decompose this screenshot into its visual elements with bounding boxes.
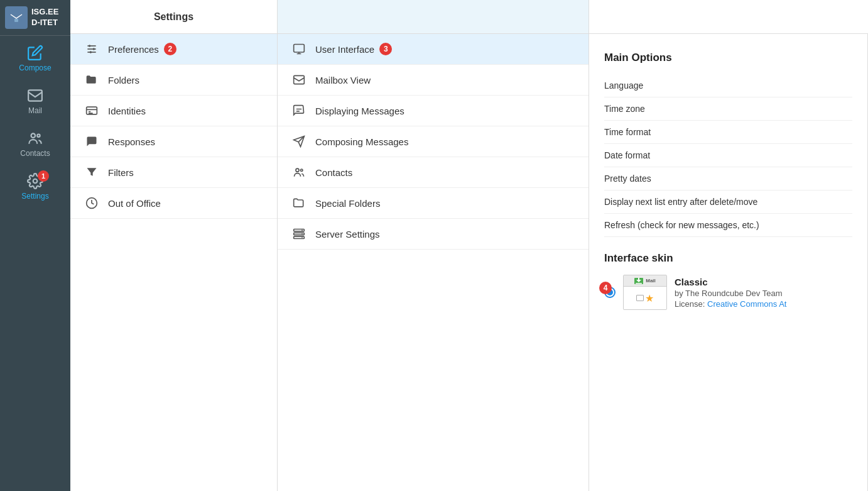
option-language: Language (604, 74, 852, 97)
skin-author: by The Roundcube Dev Team (675, 289, 786, 298)
sidebar-item-compose-label: Compose (19, 63, 51, 72)
folders-icon (83, 74, 100, 86)
skin-thumb-body: ★ (624, 287, 666, 309)
composing-messages-label: Composing Messages (315, 136, 408, 147)
option-time-format: Time format (604, 121, 852, 144)
menu-item-server-settings[interactable]: Server Settings (278, 219, 589, 250)
menu-item-composing-messages[interactable]: Composing Messages (278, 126, 589, 157)
filters-icon (83, 166, 100, 179)
folders-label: Folders (108, 75, 139, 86)
option-pretty-dates: Pretty dates (604, 167, 852, 190)
menu-item-mailbox-view[interactable]: Mailbox View (278, 65, 589, 96)
svg-rect-29 (636, 283, 642, 284)
skin-thumb-top: Mail (624, 275, 666, 287)
skin-license: License: Creative Commons At (675, 299, 786, 309)
skin-thumb-download-icon (634, 278, 643, 284)
responses-label: Responses (108, 136, 155, 147)
menu-item-identities[interactable]: Identities (70, 96, 277, 126)
skin-license-link[interactable]: Creative Commons At (707, 299, 786, 309)
top-header: Settings (70, 0, 868, 34)
option-refresh: Refresh (check for new messages, etc.) (604, 214, 852, 237)
sidebar-item-mail-label: Mail (28, 106, 42, 115)
contacts-label: Contacts (315, 167, 352, 178)
special-folders-label: Special Folders (315, 198, 380, 209)
skin-thumb-mail-text: Mail (646, 278, 656, 284)
server-settings-label: Server Settings (315, 229, 380, 240)
menu-item-contacts[interactable]: Contacts (278, 157, 589, 188)
preferences-badge: 2 (164, 43, 176, 55)
menu-item-out-of-office[interactable]: Out of Office (70, 188, 277, 219)
svg-point-11 (90, 51, 92, 53)
special-folders-icon (290, 197, 308, 209)
user-interface-label: User Interface (315, 44, 374, 55)
svg-rect-23 (294, 229, 305, 231)
skin-badge: 4 (599, 282, 612, 294)
filters-label: Filters (108, 167, 134, 178)
out-of-office-icon (83, 197, 100, 209)
menu-item-preferences[interactable]: Preferences 2 (70, 34, 277, 65)
svg-rect-25 (294, 236, 305, 238)
menu-item-displaying-messages[interactable]: Displaying Messages (278, 96, 589, 126)
displaying-messages-icon (290, 104, 308, 117)
composing-messages-icon (290, 135, 308, 148)
menu-item-responses[interactable]: Responses (70, 126, 277, 157)
logo-text: ISG.EE D-ITET (31, 7, 58, 28)
svg-point-21 (296, 168, 299, 172)
sidebar-item-settings-label: Settings (21, 192, 48, 201)
menu-item-special-folders[interactable]: Special Folders (278, 188, 589, 219)
skin-card: 4 Mail (604, 275, 852, 310)
sidebar-item-compose[interactable]: Compose (0, 36, 70, 79)
user-interface-badge: 3 (379, 43, 392, 55)
options-panel: Main Options Language Time zone Time for… (589, 34, 868, 491)
compose-icon (27, 45, 43, 61)
svg-rect-1 (14, 19, 18, 22)
main-options-title: Main Options (604, 52, 852, 64)
option-display-next: Display next list entry after delete/mov… (604, 190, 852, 214)
contacts-submenu-icon (290, 166, 308, 179)
sidebar: ISG.EE D-ITET Compose Mail Contacts 1 (0, 0, 70, 491)
server-settings-icon (290, 228, 308, 240)
svg-point-22 (301, 169, 303, 171)
user-interface-icon (290, 43, 308, 55)
sidebar-item-contacts[interactable]: Contacts (0, 121, 70, 164)
svg-rect-24 (294, 233, 305, 234)
svg-rect-18 (294, 75, 305, 84)
preferences-submenu-column: User Interface 3 Mailbox View (278, 34, 589, 491)
identities-label: Identities (108, 106, 146, 116)
svg-point-10 (93, 48, 95, 50)
svg-point-26 (301, 229, 303, 231)
svg-point-9 (89, 45, 90, 47)
main-content: Settings Preferences (70, 0, 868, 491)
menu-item-user-interface[interactable]: User Interface 3 (278, 34, 589, 65)
mailbox-view-icon (290, 74, 308, 86)
sidebar-item-settings[interactable]: 1 Settings (0, 164, 70, 207)
skin-thumb-star-icon: ★ (645, 292, 654, 304)
svg-rect-17 (294, 45, 305, 53)
settings-badge: 1 (38, 170, 49, 182)
col1-header: Settings (70, 0, 278, 33)
col2-header (278, 0, 589, 33)
option-timezone: Time zone (604, 97, 852, 121)
menu-item-filters[interactable]: Filters (70, 157, 277, 188)
out-of-office-label: Out of Office (108, 198, 161, 209)
skin-thumbnail: Mail ★ (623, 275, 667, 310)
identities-icon (83, 104, 100, 117)
preferences-icon (83, 43, 100, 55)
responses-icon (83, 135, 100, 148)
sidebar-item-contacts-label: Contacts (20, 149, 50, 158)
svg-point-27 (301, 233, 303, 234)
interface-skin-title: Interface skin (604, 252, 852, 265)
mailbox-view-label: Mailbox View (315, 75, 371, 86)
svg-rect-2 (28, 90, 42, 101)
svg-point-3 (31, 133, 36, 138)
sidebar-item-mail[interactable]: Mail (0, 79, 70, 121)
displaying-messages-label: Displaying Messages (315, 106, 404, 116)
columns: Preferences 2 Folders (70, 34, 868, 491)
app-logo-icon (5, 6, 28, 29)
settings-menu-column: Preferences 2 Folders (70, 34, 278, 491)
skin-name: Classic (675, 277, 786, 287)
menu-item-folders[interactable]: Folders (70, 65, 277, 96)
logo-area: ISG.EE D-ITET (0, 0, 70, 36)
svg-point-5 (33, 179, 38, 184)
skin-thumb-folder-icon (636, 295, 644, 301)
